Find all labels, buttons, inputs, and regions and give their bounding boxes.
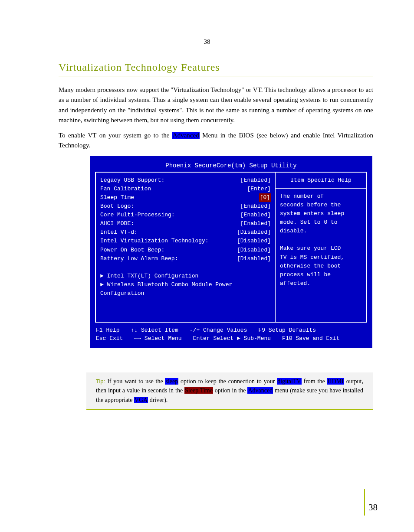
bios-row: AHCI MODE:[Enabled] — [100, 219, 271, 228]
bios-footer: F1 Help↑↓ Select Item-/+ Change ValuesF9… — [90, 326, 372, 343]
bios-row: Fan Calibration[Enter] — [100, 185, 271, 193]
bios-row-key: AHCI MODE: — [100, 219, 134, 228]
main-content: Virtualization Technology Features Many … — [59, 62, 373, 410]
bios-footer-item: Esc Exit — [96, 334, 123, 343]
bios-row-value: [Disabled] — [237, 246, 271, 255]
tip-hl-advanced: Advanced — [247, 387, 273, 394]
tip-hl-sleeptime: Sleep Time — [184, 387, 213, 394]
bios-row-key: Intel Virtualization Technology: — [100, 237, 209, 245]
bios-footer-item: ←→ Select Menu — [134, 334, 181, 343]
side-page-number: 38 — [364, 489, 378, 516]
bios-row-key: Legacy USB Support: — [100, 176, 164, 185]
bios-footer-item: F9 Setup Defaults — [258, 326, 316, 335]
highlight-advanced: Advanced — [172, 132, 200, 139]
paragraph-1: Many modern processors now support the "… — [59, 85, 373, 125]
bios-row-value: [Enabled] — [240, 202, 271, 211]
tip-t5: option in the — [213, 387, 248, 394]
bios-left-panel: Legacy USB Support:[Enabled]Fan Calibrat… — [96, 173, 275, 322]
tip-label: Tip: — [96, 378, 107, 385]
bios-row: Intel Virtualization Technology:[Disable… — [100, 237, 271, 245]
bios-help-heading: Item Specific Help — [280, 176, 362, 185]
bios-footer-item: -/+ Change Values — [190, 326, 247, 335]
bios-footer-item: F1 Help — [96, 326, 120, 335]
tip-box: Tip: If you want to use the sleep option… — [86, 372, 373, 410]
bios-row-key: Core Multi-Processing: — [100, 211, 175, 219]
tip-t7: driver). — [148, 397, 168, 403]
bios-row: Battery Low Alarm Beep:[Disabled] — [100, 255, 271, 263]
bios-row-value: [Enabled] — [240, 211, 271, 219]
bios-row-key: Fan Calibration — [100, 185, 151, 193]
bios-footer-item: Enter Select ► Sub-Menu — [193, 334, 271, 343]
bios-table: Legacy USB Support:[Enabled]Fan Calibrat… — [95, 172, 367, 323]
tip-hl-sleep: sleep — [165, 378, 178, 385]
bios-row-value: [Disabled] — [237, 237, 271, 245]
tip-hl-vga: VGA — [134, 397, 148, 403]
bios-row: Intel VT-d:[Disabled] — [100, 228, 271, 237]
bios-row-key: Power On Boot Beep: — [100, 246, 164, 255]
bios-row: Legacy USB Support:[Enabled] — [100, 176, 271, 185]
bios-row-value: [Disabled] — [237, 228, 271, 237]
bios-footer-item: F10 Save and Exit — [282, 334, 340, 343]
bios-title: Phoenix SecureCore(tm) Setup Utility — [165, 162, 296, 169]
paragraph-2-pre: To enable VT on your system go to the — [59, 132, 172, 139]
bios-row-value: [Enabled] — [240, 176, 271, 185]
bios-left-tail: ► Intel TXT(LT) Configuration ► Wireless… — [100, 263, 271, 298]
bios-right-panel: Item Specific Help The number of seconds… — [275, 173, 366, 322]
bios-screenshot: Phoenix SecureCore(tm) Setup Utility Leg… — [90, 156, 372, 348]
section-heading: Virtualization Technology Features — [59, 62, 373, 76]
bios-footer-item: ↑↓ Select Item — [131, 326, 178, 335]
tip-t2: option to keep the connection to your — [178, 378, 277, 385]
tip-t3: from the — [302, 378, 327, 385]
bios-row-key: Sleep Time — [100, 193, 134, 202]
bios-row-value: [0] — [259, 193, 271, 202]
page-number-top: 38 — [204, 38, 210, 46]
bios-row-key: Battery Low Alarm Beep: — [100, 255, 178, 263]
bios-left-text: Legacy USB Support:[Enabled]Fan Calibrat… — [100, 176, 271, 298]
tip-hl-hdmi: HDMI — [327, 378, 344, 385]
paragraph-2: To enable VT on your system go to the Ad… — [59, 131, 373, 151]
bios-row-key: Intel VT-d: — [100, 228, 138, 237]
bios-row-key: Boot Logo: — [100, 202, 134, 211]
bios-help-body: The number of seconds before the system … — [280, 192, 362, 288]
tip-t1: If you want to use the — [107, 378, 165, 385]
bios-row: Core Multi-Processing:[Enabled] — [100, 211, 271, 219]
tip-hl-digitaltv: digitalTV — [277, 378, 301, 385]
bios-row: Sleep Time[0] — [100, 193, 271, 202]
bios-row: Power On Boot Beep:[Disabled] — [100, 246, 271, 255]
bios-row-value: [Enabled] — [240, 219, 271, 228]
bios-row-value: [Disabled] — [237, 255, 271, 263]
bios-row: Boot Logo:[Enabled] — [100, 202, 271, 211]
bios-row-value: [Enter] — [247, 185, 271, 193]
